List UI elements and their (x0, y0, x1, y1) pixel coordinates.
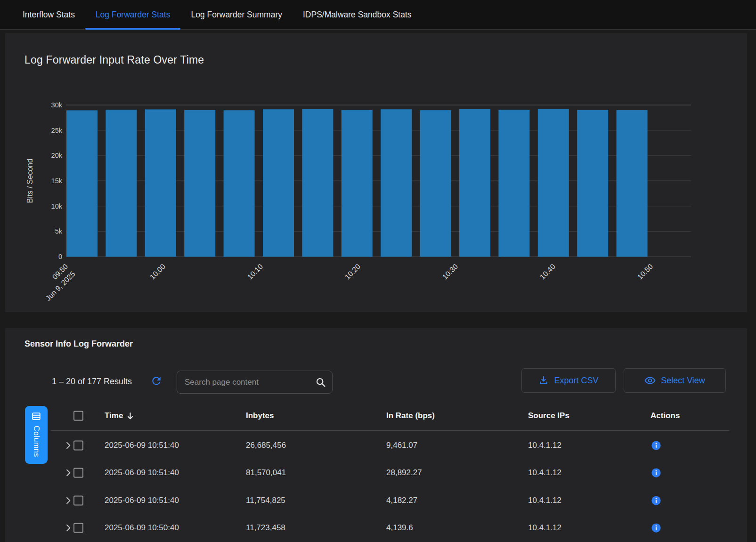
svg-text:10:50: 10:50 (636, 262, 655, 281)
row-checkbox[interactable] (73, 468, 83, 478)
row-expand-chevron-icon[interactable] (64, 496, 73, 505)
cell-in-rate: 28,892.27 (386, 468, 422, 477)
table-panel: Sensor Info Log Forwarder 1 – 20 of 177 … (5, 328, 747, 542)
column-header-in-rate[interactable]: In Rate (bps) (386, 408, 435, 424)
svg-text:10:10: 10:10 (246, 262, 265, 281)
row-checkbox[interactable] (73, 523, 83, 533)
row-expand-chevron-icon[interactable] (64, 441, 73, 450)
info-icon[interactable] (651, 440, 661, 451)
cell-time: 2025-06-09 10:51:40 (105, 468, 179, 477)
row-checkbox[interactable] (73, 441, 83, 451)
search-icon[interactable] (315, 377, 326, 388)
svg-text:25k: 25k (51, 127, 63, 134)
select-view-button[interactable]: Select View (624, 368, 726, 393)
eye-icon (644, 375, 656, 386)
cell-in-rate: 9,461.07 (386, 441, 417, 450)
input-rate-bar-chart: 05k10k15k20k25k30k09:50Jun 9, 202510:001… (5, 33, 747, 312)
tab-log-forwarder-summary[interactable]: Log Forwarder Summary (180, 0, 293, 29)
export-csv-label: Export CSV (554, 376, 598, 386)
cell-inbytes: 26,685,456 (246, 441, 286, 450)
cell-inbytes: 11,723,458 (246, 523, 285, 533)
header-separator (51, 430, 729, 431)
info-icon[interactable] (651, 495, 661, 506)
tab-interflow-stats[interactable]: Interflow Stats (12, 0, 85, 29)
tab-idps-malware-sandbox-stats[interactable]: IDPS/Malware Sandbox Stats (293, 0, 422, 29)
table-row: 2025-06-09 10:51:40 26,685,456 9,461.07 … (5, 432, 747, 459)
cell-time: 2025-06-09 10:51:40 (105, 441, 179, 450)
row-expand-chevron-icon[interactable] (64, 468, 73, 477)
tab-log-forwarder-stats[interactable]: Log Forwarder Stats (85, 0, 181, 29)
svg-text:09:50Jun 9, 2025: 09:50Jun 9, 2025 (37, 262, 77, 302)
cell-inbytes: 81,570,041 (246, 468, 286, 477)
table-row: 2025-06-09 10:51:40 81,570,041 28,892.27… (5, 459, 747, 486)
select-view-label: Select View (661, 376, 705, 386)
search-input[interactable] (177, 371, 332, 393)
refresh-icon (150, 381, 163, 388)
select-all-checkbox[interactable] (73, 411, 83, 421)
column-header-inbytes[interactable]: Inbytes (246, 408, 274, 424)
chart-panel: Log Forwarder Input Rate Over Time 05k10… (5, 33, 747, 312)
cell-source-ips: 10.4.1.12 (528, 496, 561, 505)
export-csv-button[interactable]: Export CSV (521, 368, 616, 393)
refresh-button[interactable] (150, 375, 163, 387)
svg-text:30k: 30k (51, 101, 63, 109)
results-count: 1 – 20 of 177 Results (52, 377, 132, 387)
svg-text:15k: 15k (51, 177, 63, 185)
svg-text:10:00: 10:00 (148, 262, 167, 281)
info-icon[interactable] (651, 523, 661, 533)
column-header-time[interactable]: Time (105, 408, 134, 424)
svg-text:10:30: 10:30 (441, 262, 460, 281)
tab-bar: Interflow Stats Log Forwarder Stats Log … (0, 0, 756, 30)
search-box (177, 371, 333, 394)
row-checkbox[interactable] (73, 496, 83, 506)
cell-inbytes: 11,754,825 (246, 496, 285, 505)
row-expand-chevron-icon[interactable] (64, 523, 73, 533)
table-row: 2025-06-09 10:51:40 11,754,825 4,182.27 … (5, 487, 747, 514)
cell-source-ips: 10.4.1.12 (528, 523, 561, 533)
svg-text:10:20: 10:20 (343, 262, 362, 281)
table-header-row: Time Inbytes In Rate (bps) Source IPs Ac… (5, 408, 747, 424)
column-header-actions[interactable]: Actions (650, 408, 680, 424)
cell-source-ips: 10.4.1.12 (528, 441, 561, 450)
svg-text:20k: 20k (51, 152, 63, 159)
svg-text:0: 0 (58, 253, 62, 260)
cell-in-rate: 4,139.6 (386, 523, 413, 533)
column-header-source-ips[interactable]: Source IPs (528, 408, 569, 424)
sort-desc-icon (126, 412, 134, 420)
cell-time: 2025-06-09 10:51:40 (105, 496, 179, 505)
cell-time: 2025-06-09 10:50:40 (105, 523, 179, 533)
svg-text:10:40: 10:40 (538, 262, 557, 281)
screen: Interflow Stats Log Forwarder Stats Log … (0, 0, 756, 542)
cell-in-rate: 4,182.27 (386, 496, 417, 505)
column-header-time-label: Time (105, 411, 123, 421)
table-title: Sensor Info Log Forwarder (24, 339, 133, 349)
download-icon (538, 375, 549, 386)
svg-text:5k: 5k (55, 227, 63, 235)
svg-text:Bits / Second: Bits / Second (26, 159, 34, 203)
table-row: 2025-06-09 10:50:40 11,723,458 4,139.6 1… (5, 514, 747, 542)
cell-source-ips: 10.4.1.12 (528, 468, 561, 477)
svg-text:10k: 10k (51, 202, 63, 210)
info-icon[interactable] (651, 468, 661, 478)
